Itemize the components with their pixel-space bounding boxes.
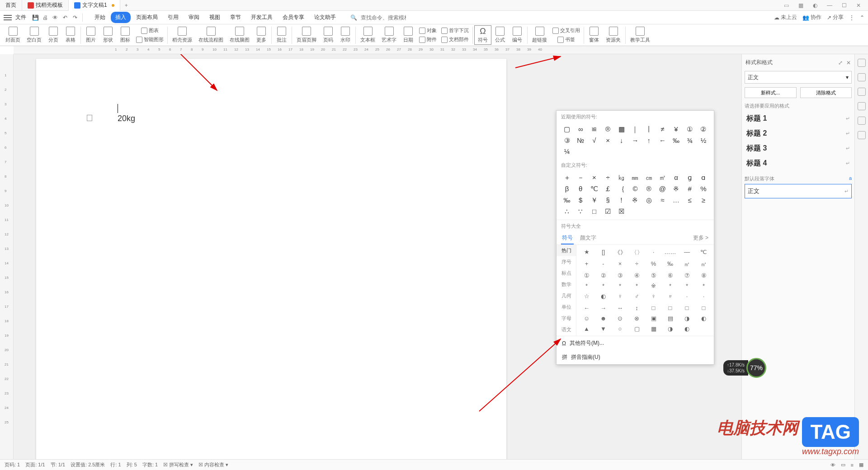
tab-ref[interactable]: 引用 [163, 12, 183, 23]
new-tab[interactable]: + [120, 2, 132, 9]
minimize-button[interactable]: — [824, 2, 835, 9]
pinyin-guide[interactable]: 拼拼音指南(U) [557, 350, 714, 364]
symbol-item[interactable]: ○ [612, 324, 628, 334]
status-setval[interactable]: 设置值: 2.5厘米 [71, 461, 105, 468]
cover-page[interactable]: 封面页 [3, 26, 23, 44]
symbol-item[interactable]: ▢ [628, 324, 645, 334]
flowchart[interactable]: 在线流程图 [196, 26, 226, 44]
symbol-item[interactable]: □ [662, 303, 679, 313]
symbol-item[interactable]: $ [574, 195, 587, 206]
symbol-item[interactable]: + [578, 258, 595, 270]
symbol-item[interactable]: √ [587, 135, 601, 146]
symbol-item[interactable]: θ [574, 183, 587, 195]
symbol-item[interactable]: ㎝ [642, 172, 656, 183]
forms[interactable]: 窗体 [586, 26, 602, 44]
symbol-item[interactable]: * [612, 281, 628, 291]
symbol-item[interactable]: # [683, 183, 697, 195]
body-style[interactable]: 正文↵ [745, 184, 852, 198]
tab-view[interactable]: 视图 [205, 12, 225, 23]
status-words[interactable]: 字数: 1 [142, 461, 158, 468]
symbol-item[interactable]: % [697, 183, 710, 195]
symbol-item[interactable]: ｜ [628, 124, 642, 135]
tab-symbol[interactable]: 符号 [561, 232, 574, 244]
symbol-item[interactable]: ℃ [695, 247, 712, 258]
textbox[interactable]: 文本框 [358, 26, 378, 44]
symbol-item[interactable]: ㎡ [679, 258, 695, 270]
new-style-button[interactable]: 新样式... [745, 87, 797, 98]
save-icon[interactable]: 💾 [31, 13, 40, 22]
tab-emoji[interactable]: 颜文字 [579, 232, 597, 244]
tab-insert[interactable]: 插入 [111, 12, 131, 23]
symbol-item[interactable]: ② [697, 124, 710, 135]
hamburger-icon[interactable] [4, 15, 12, 20]
symbol-item[interactable]: ① [683, 124, 697, 135]
symbol-item[interactable]: - [595, 258, 612, 270]
spell-check[interactable]: ☒拼写检查 ▾ [163, 461, 193, 468]
symbol-item[interactable]: ▲ [578, 324, 595, 334]
symbol-item[interactable]: ‰ [560, 195, 574, 206]
object[interactable]: 对象 [417, 26, 439, 35]
ruler-vertical[interactable]: 1234567891011121314151617181920212223242… [0, 54, 14, 459]
symbol-item[interactable]: ㎡ [656, 172, 669, 183]
symbol-item[interactable]: 〃 [662, 291, 679, 303]
tab-docer[interactable]: 找稻壳模板 [22, 0, 69, 11]
symbol-cat[interactable]: 语文 [557, 324, 576, 335]
symbol-item[interactable]: * [679, 281, 695, 291]
blank-page[interactable]: 空白页 [24, 26, 44, 44]
equation[interactable]: 公式 [492, 26, 508, 44]
symbol-item[interactable]: ④ [628, 270, 645, 281]
status-col[interactable]: 列: 5 [127, 461, 137, 468]
symbol[interactable]: Ω符号 [475, 26, 491, 44]
redo-icon[interactable]: ↷ [71, 13, 80, 22]
page-break[interactable]: 分页 [45, 26, 61, 44]
style-item[interactable]: 标题 2↵ [745, 126, 852, 141]
rail-limit-icon[interactable] [858, 102, 866, 110]
symbol-item[interactable]: ※ [645, 281, 662, 291]
symbol-item[interactable]: ▩ [615, 124, 628, 135]
tab-start[interactable]: 开始 [90, 12, 110, 23]
symbol-item[interactable]: ※ [628, 195, 642, 206]
print-icon[interactable]: 🖨 [41, 13, 50, 22]
collapse-icon[interactable]: ⌃ [860, 14, 864, 21]
docparts[interactable]: 文档部件 [439, 35, 471, 44]
status-section[interactable]: 节: 1/1 [51, 461, 65, 468]
symbol-item[interactable]: ≠ [656, 124, 669, 135]
symbol-item[interactable]: ㎜ [628, 172, 642, 183]
search-input[interactable] [361, 14, 406, 21]
content-check[interactable]: ☒内容检查 ▾ [198, 461, 228, 468]
symbol-item[interactable]: → [628, 135, 642, 146]
symbol-item[interactable]: ↕ [628, 303, 645, 313]
undo-icon[interactable]: ↶ [61, 13, 70, 22]
symbol-item[interactable]: * [595, 281, 612, 291]
symbol-item[interactable]: ≤ [683, 195, 697, 206]
symbol-item[interactable]: □ [587, 206, 601, 217]
symbol-item[interactable]: ∴ [560, 206, 574, 217]
symbol-item[interactable]: ￥ [587, 195, 601, 206]
rail-select-icon[interactable] [858, 73, 866, 81]
resources[interactable]: 资源夹 [603, 26, 623, 44]
mindmap[interactable]: 在线脑图 [227, 26, 252, 44]
symbol-item[interactable]: ☻ [595, 313, 612, 324]
view-page-icon[interactable]: ▭ [841, 462, 845, 468]
symbol-item[interactable]: ⑥ [662, 270, 679, 281]
theme-icon[interactable]: ◐ [809, 2, 821, 9]
symbol-item[interactable]: № [574, 135, 587, 146]
symbol-item[interactable]: @ [656, 183, 669, 195]
symbol-item[interactable]: ◑ [679, 313, 695, 324]
symbol-item[interactable]: β [560, 183, 574, 195]
more-icon[interactable]: ⋮ [849, 14, 854, 21]
symbol-item[interactable]: ▢ [560, 124, 574, 135]
symbol-item[interactable]: ③ [560, 135, 574, 146]
symbol-item[interactable]: ↓ [615, 135, 628, 146]
symbol-item[interactable]: × [587, 172, 601, 183]
page-number[interactable]: 页码 [320, 26, 336, 44]
symbol-item[interactable]: ※ [669, 183, 683, 195]
cloud-status[interactable]: ☁ 未上云 [774, 14, 797, 21]
symbol-item[interactable]: ⑦ [679, 270, 695, 281]
symbol-item[interactable]: ↑ [642, 135, 656, 146]
symbol-cat[interactable]: 数学 [557, 279, 576, 290]
grid-icon[interactable]: ▦ [795, 2, 807, 9]
symbol-item[interactable]: ÷ [601, 172, 615, 183]
symbol-item[interactable]: ▤ [662, 313, 679, 324]
symbol-item[interactable]: ☆ [578, 291, 595, 303]
